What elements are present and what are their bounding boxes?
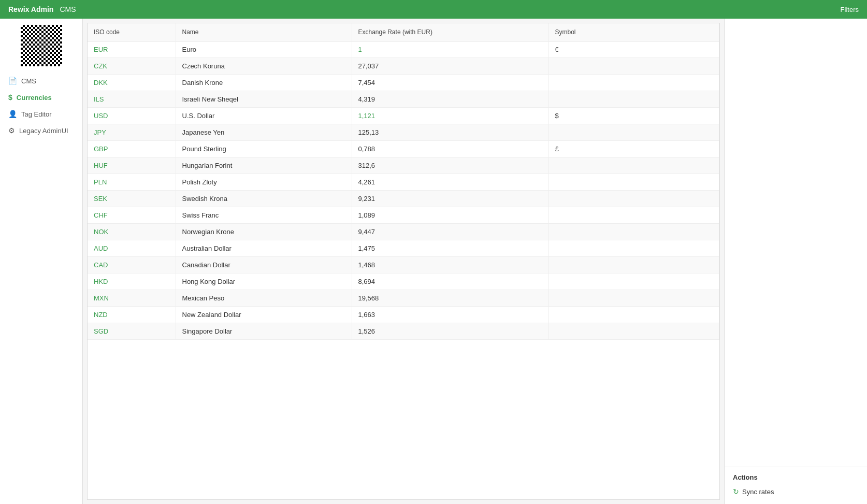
cell-iso: NOK — [88, 224, 176, 240]
cell-name: Norwegian Krone — [176, 224, 352, 240]
cell-rate: 125,13 — [352, 124, 548, 141]
col-header-symbol: Symbol — [548, 23, 719, 41]
table-row[interactable]: DKKDanish Krone7,454 — [88, 75, 719, 91]
table-row[interactable]: HUFHungarian Forint312,6 — [88, 157, 719, 174]
table-row[interactable]: HKDHong Kong Dollar8,694 — [88, 273, 719, 290]
cell-rate: 9,447 — [352, 224, 548, 240]
table-row[interactable]: JPYJapanese Yen125,13 — [88, 124, 719, 141]
tag-editor-icon: 👤 — [8, 110, 17, 118]
sidebar-qr-code — [21, 25, 62, 66]
cell-symbol — [548, 75, 719, 91]
table-row[interactable]: EUREuro1€ — [88, 41, 719, 58]
cell-name: Swedish Krona — [176, 191, 352, 207]
cell-iso: HKD — [88, 273, 176, 290]
cell-rate: 1,526 — [352, 323, 548, 340]
cell-symbol: $ — [548, 108, 719, 124]
cell-name: Pound Sterling — [176, 141, 352, 157]
table-header-row: ISO code Name Exchange Rate (with EUR) S… — [88, 23, 719, 41]
col-header-iso: ISO code — [88, 23, 176, 41]
table-body: EUREuro1€CZKCzech Koruna27,037DKKDanish … — [88, 41, 719, 340]
cell-rate: 1,468 — [352, 257, 548, 273]
cell-name: Hong Kong Dollar — [176, 273, 352, 290]
table-row[interactable]: PLNPolish Zloty4,261 — [88, 174, 719, 191]
sidebar-item-legacy-admin[interactable]: ⚙ Legacy AdminUI — [0, 122, 82, 139]
sync-rates-label: Sync rates — [742, 488, 774, 496]
table-row[interactable]: GBPPound Sterling0,788£ — [88, 141, 719, 157]
table-row[interactable]: NZDNew Zealand Dollar1,663 — [88, 307, 719, 323]
cell-iso: PLN — [88, 174, 176, 191]
sync-rates-button[interactable]: ↻ Sync rates — [733, 485, 774, 498]
cell-iso: CAD — [88, 257, 176, 273]
cell-symbol — [548, 91, 719, 108]
cell-name: Euro — [176, 41, 352, 58]
cell-symbol — [548, 58, 719, 75]
cell-name: Czech Koruna — [176, 58, 352, 75]
sidebar-legacy-label: Legacy AdminUI — [19, 127, 68, 135]
cell-name: Polish Zloty — [176, 174, 352, 191]
cell-iso: GBP — [88, 141, 176, 157]
right-panel: Actions ↻ Sync rates — [724, 19, 867, 504]
table-row[interactable]: MXNMexican Peso19,568 — [88, 290, 719, 307]
cell-rate: 1,121 — [352, 108, 548, 124]
cell-symbol — [548, 224, 719, 240]
cell-symbol — [548, 240, 719, 257]
main-layout: 📄 CMS $ Currencies 👤 Tag Editor ⚙ Legacy… — [0, 19, 867, 504]
sidebar-cms-label: CMS — [21, 77, 36, 85]
table-row[interactable]: SEKSwedish Krona9,231 — [88, 191, 719, 207]
table-row[interactable]: SGDSingapore Dollar1,526 — [88, 323, 719, 340]
cell-rate: 7,454 — [352, 75, 548, 91]
table-wrapper: ISO code Name Exchange Rate (with EUR) S… — [88, 23, 719, 499]
table-row[interactable]: CADCanadian Dollar1,468 — [88, 257, 719, 273]
cell-name: Swiss Franc — [176, 207, 352, 224]
sidebar-tag-editor-label: Tag Editor — [21, 110, 52, 118]
table-row[interactable]: USDU.S. Dollar1,121$ — [88, 108, 719, 124]
currencies-icon: $ — [8, 93, 12, 102]
cell-symbol — [548, 174, 719, 191]
cell-name: Hungarian Forint — [176, 157, 352, 174]
currencies-table: ISO code Name Exchange Rate (with EUR) S… — [88, 23, 719, 340]
cell-rate: 1 — [352, 41, 548, 58]
cell-iso: USD — [88, 108, 176, 124]
cell-name: Singapore Dollar — [176, 323, 352, 340]
sync-icon: ↻ — [733, 487, 739, 496]
sidebar-currencies-label: Currencies — [17, 94, 52, 102]
cell-rate: 19,568 — [352, 290, 548, 307]
cell-rate: 1,475 — [352, 240, 548, 257]
cell-rate: 27,037 — [352, 58, 548, 75]
cell-name: Japanese Yen — [176, 124, 352, 141]
cell-rate: 4,261 — [352, 174, 548, 191]
cell-iso: JPY — [88, 124, 176, 141]
cell-symbol — [548, 290, 719, 307]
sidebar: 📄 CMS $ Currencies 👤 Tag Editor ⚙ Legacy… — [0, 19, 83, 504]
cell-symbol — [548, 323, 719, 340]
cell-iso: MXN — [88, 290, 176, 307]
app-title: Rewix Admin — [8, 5, 53, 13]
cell-rate: 9,231 — [352, 191, 548, 207]
cell-symbol — [548, 257, 719, 273]
cell-iso: ILS — [88, 91, 176, 108]
table-row[interactable]: AUDAustralian Dollar1,475 — [88, 240, 719, 257]
cell-name: Canadian Dollar — [176, 257, 352, 273]
sidebar-item-tag-editor[interactable]: 👤 Tag Editor — [0, 106, 82, 122]
cell-symbol — [548, 157, 719, 174]
cell-symbol — [548, 207, 719, 224]
sidebar-item-cms[interactable]: 📄 CMS — [0, 73, 82, 89]
cell-rate: 4,319 — [352, 91, 548, 108]
sidebar-item-currencies[interactable]: $ Currencies — [0, 89, 82, 106]
content-area: ISO code Name Exchange Rate (with EUR) S… — [87, 23, 720, 500]
cell-name: Mexican Peso — [176, 290, 352, 307]
table-row[interactable]: NOKNorwegian Krone9,447 — [88, 224, 719, 240]
cell-rate: 8,694 — [352, 273, 548, 290]
cell-symbol — [548, 191, 719, 207]
col-header-rate: Exchange Rate (with EUR) — [352, 23, 548, 41]
cell-iso: AUD — [88, 240, 176, 257]
legacy-admin-icon: ⚙ — [8, 126, 15, 135]
cell-name: Australian Dollar — [176, 240, 352, 257]
sidebar-nav: 📄 CMS $ Currencies 👤 Tag Editor ⚙ Legacy… — [0, 73, 82, 139]
table-row[interactable]: CHFSwiss Franc1,089 — [88, 207, 719, 224]
cell-iso: EUR — [88, 41, 176, 58]
table-row[interactable]: ILSIsraeli New Sheqel4,319 — [88, 91, 719, 108]
table-row[interactable]: CZKCzech Koruna27,037 — [88, 58, 719, 75]
cell-iso: SEK — [88, 191, 176, 207]
filters-button[interactable]: Filters — [841, 6, 859, 13]
